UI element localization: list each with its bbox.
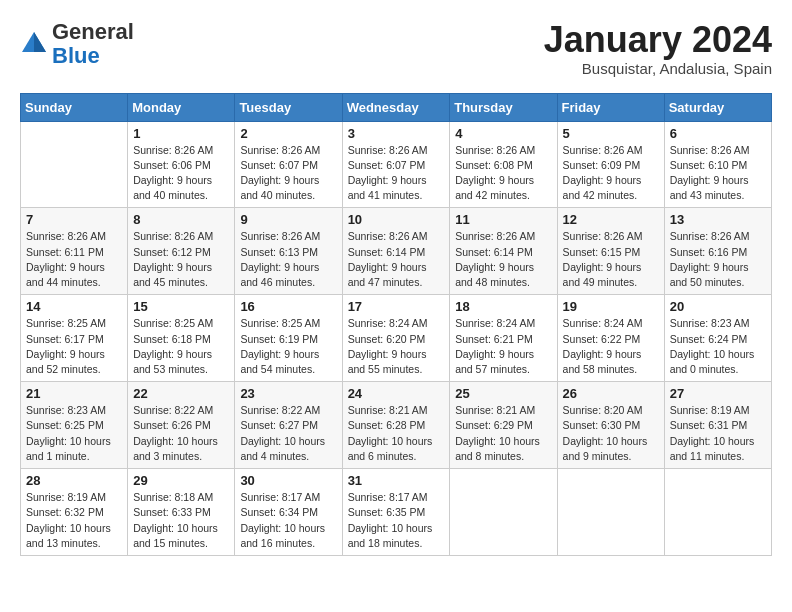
day-cell: 23Sunrise: 8:22 AM Sunset: 6:27 PM Dayli… bbox=[235, 382, 342, 469]
day-cell: 31Sunrise: 8:17 AM Sunset: 6:35 PM Dayli… bbox=[342, 469, 450, 556]
day-cell: 18Sunrise: 8:24 AM Sunset: 6:21 PM Dayli… bbox=[450, 295, 557, 382]
day-number: 6 bbox=[670, 126, 766, 141]
month-title: January 2024 bbox=[544, 20, 772, 60]
day-cell: 6Sunrise: 8:26 AM Sunset: 6:10 PM Daylig… bbox=[664, 121, 771, 208]
day-info: Sunrise: 8:25 AM Sunset: 6:19 PM Dayligh… bbox=[240, 316, 336, 377]
logo-general-text: General bbox=[52, 19, 134, 44]
calendar-table: SundayMondayTuesdayWednesdayThursdayFrid… bbox=[20, 93, 772, 556]
logo-blue-text: Blue bbox=[52, 43, 100, 68]
day-number: 12 bbox=[563, 212, 659, 227]
day-number: 13 bbox=[670, 212, 766, 227]
day-cell: 17Sunrise: 8:24 AM Sunset: 6:20 PM Dayli… bbox=[342, 295, 450, 382]
day-cell: 28Sunrise: 8:19 AM Sunset: 6:32 PM Dayli… bbox=[21, 469, 128, 556]
day-cell: 22Sunrise: 8:22 AM Sunset: 6:26 PM Dayli… bbox=[128, 382, 235, 469]
day-number: 14 bbox=[26, 299, 122, 314]
day-cell: 16Sunrise: 8:25 AM Sunset: 6:19 PM Dayli… bbox=[235, 295, 342, 382]
day-number: 11 bbox=[455, 212, 551, 227]
calendar-header-row: SundayMondayTuesdayWednesdayThursdayFrid… bbox=[21, 93, 772, 121]
day-cell: 20Sunrise: 8:23 AM Sunset: 6:24 PM Dayli… bbox=[664, 295, 771, 382]
day-cell: 21Sunrise: 8:23 AM Sunset: 6:25 PM Dayli… bbox=[21, 382, 128, 469]
day-cell bbox=[557, 469, 664, 556]
day-number: 18 bbox=[455, 299, 551, 314]
svg-marker-1 bbox=[34, 32, 46, 52]
day-cell: 15Sunrise: 8:25 AM Sunset: 6:18 PM Dayli… bbox=[128, 295, 235, 382]
day-cell: 30Sunrise: 8:17 AM Sunset: 6:34 PM Dayli… bbox=[235, 469, 342, 556]
day-info: Sunrise: 8:21 AM Sunset: 6:29 PM Dayligh… bbox=[455, 403, 551, 464]
day-info: Sunrise: 8:19 AM Sunset: 6:32 PM Dayligh… bbox=[26, 490, 122, 551]
day-number: 30 bbox=[240, 473, 336, 488]
day-info: Sunrise: 8:24 AM Sunset: 6:22 PM Dayligh… bbox=[563, 316, 659, 377]
week-row-4: 28Sunrise: 8:19 AM Sunset: 6:32 PM Dayli… bbox=[21, 469, 772, 556]
day-number: 9 bbox=[240, 212, 336, 227]
day-info: Sunrise: 8:24 AM Sunset: 6:20 PM Dayligh… bbox=[348, 316, 445, 377]
day-info: Sunrise: 8:26 AM Sunset: 6:11 PM Dayligh… bbox=[26, 229, 122, 290]
week-row-2: 14Sunrise: 8:25 AM Sunset: 6:17 PM Dayli… bbox=[21, 295, 772, 382]
day-number: 29 bbox=[133, 473, 229, 488]
header-thursday: Thursday bbox=[450, 93, 557, 121]
day-info: Sunrise: 8:24 AM Sunset: 6:21 PM Dayligh… bbox=[455, 316, 551, 377]
location-subtitle: Busquistar, Andalusia, Spain bbox=[544, 60, 772, 77]
header-monday: Monday bbox=[128, 93, 235, 121]
day-number: 7 bbox=[26, 212, 122, 227]
day-number: 23 bbox=[240, 386, 336, 401]
day-number: 15 bbox=[133, 299, 229, 314]
day-number: 10 bbox=[348, 212, 445, 227]
day-info: Sunrise: 8:26 AM Sunset: 6:14 PM Dayligh… bbox=[348, 229, 445, 290]
day-cell: 2Sunrise: 8:26 AM Sunset: 6:07 PM Daylig… bbox=[235, 121, 342, 208]
day-info: Sunrise: 8:22 AM Sunset: 6:26 PM Dayligh… bbox=[133, 403, 229, 464]
day-number: 22 bbox=[133, 386, 229, 401]
day-info: Sunrise: 8:17 AM Sunset: 6:34 PM Dayligh… bbox=[240, 490, 336, 551]
day-cell: 12Sunrise: 8:26 AM Sunset: 6:15 PM Dayli… bbox=[557, 208, 664, 295]
day-info: Sunrise: 8:23 AM Sunset: 6:24 PM Dayligh… bbox=[670, 316, 766, 377]
day-number: 3 bbox=[348, 126, 445, 141]
day-info: Sunrise: 8:26 AM Sunset: 6:06 PM Dayligh… bbox=[133, 143, 229, 204]
day-info: Sunrise: 8:26 AM Sunset: 6:07 PM Dayligh… bbox=[240, 143, 336, 204]
day-number: 19 bbox=[563, 299, 659, 314]
day-cell: 4Sunrise: 8:26 AM Sunset: 6:08 PM Daylig… bbox=[450, 121, 557, 208]
day-number: 31 bbox=[348, 473, 445, 488]
day-cell: 13Sunrise: 8:26 AM Sunset: 6:16 PM Dayli… bbox=[664, 208, 771, 295]
day-info: Sunrise: 8:19 AM Sunset: 6:31 PM Dayligh… bbox=[670, 403, 766, 464]
day-cell bbox=[21, 121, 128, 208]
day-number: 17 bbox=[348, 299, 445, 314]
title-section: January 2024 Busquistar, Andalusia, Spai… bbox=[544, 20, 772, 77]
day-cell: 9Sunrise: 8:26 AM Sunset: 6:13 PM Daylig… bbox=[235, 208, 342, 295]
header-saturday: Saturday bbox=[664, 93, 771, 121]
day-number: 24 bbox=[348, 386, 445, 401]
day-info: Sunrise: 8:22 AM Sunset: 6:27 PM Dayligh… bbox=[240, 403, 336, 464]
day-info: Sunrise: 8:26 AM Sunset: 6:14 PM Dayligh… bbox=[455, 229, 551, 290]
day-number: 1 bbox=[133, 126, 229, 141]
day-cell: 26Sunrise: 8:20 AM Sunset: 6:30 PM Dayli… bbox=[557, 382, 664, 469]
day-cell: 25Sunrise: 8:21 AM Sunset: 6:29 PM Dayli… bbox=[450, 382, 557, 469]
week-row-1: 7Sunrise: 8:26 AM Sunset: 6:11 PM Daylig… bbox=[21, 208, 772, 295]
day-cell: 14Sunrise: 8:25 AM Sunset: 6:17 PM Dayli… bbox=[21, 295, 128, 382]
day-info: Sunrise: 8:20 AM Sunset: 6:30 PM Dayligh… bbox=[563, 403, 659, 464]
day-info: Sunrise: 8:21 AM Sunset: 6:28 PM Dayligh… bbox=[348, 403, 445, 464]
day-number: 25 bbox=[455, 386, 551, 401]
day-info: Sunrise: 8:18 AM Sunset: 6:33 PM Dayligh… bbox=[133, 490, 229, 551]
week-row-0: 1Sunrise: 8:26 AM Sunset: 6:06 PM Daylig… bbox=[21, 121, 772, 208]
day-number: 27 bbox=[670, 386, 766, 401]
day-number: 26 bbox=[563, 386, 659, 401]
day-info: Sunrise: 8:26 AM Sunset: 6:07 PM Dayligh… bbox=[348, 143, 445, 204]
header: General Blue January 2024 Busquistar, An… bbox=[20, 20, 772, 77]
day-cell: 24Sunrise: 8:21 AM Sunset: 6:28 PM Dayli… bbox=[342, 382, 450, 469]
day-cell: 3Sunrise: 8:26 AM Sunset: 6:07 PM Daylig… bbox=[342, 121, 450, 208]
day-number: 4 bbox=[455, 126, 551, 141]
header-friday: Friday bbox=[557, 93, 664, 121]
day-cell: 19Sunrise: 8:24 AM Sunset: 6:22 PM Dayli… bbox=[557, 295, 664, 382]
header-wednesday: Wednesday bbox=[342, 93, 450, 121]
day-info: Sunrise: 8:25 AM Sunset: 6:18 PM Dayligh… bbox=[133, 316, 229, 377]
day-info: Sunrise: 8:26 AM Sunset: 6:10 PM Dayligh… bbox=[670, 143, 766, 204]
day-cell: 5Sunrise: 8:26 AM Sunset: 6:09 PM Daylig… bbox=[557, 121, 664, 208]
day-number: 16 bbox=[240, 299, 336, 314]
day-info: Sunrise: 8:17 AM Sunset: 6:35 PM Dayligh… bbox=[348, 490, 445, 551]
day-cell: 10Sunrise: 8:26 AM Sunset: 6:14 PM Dayli… bbox=[342, 208, 450, 295]
day-number: 8 bbox=[133, 212, 229, 227]
day-info: Sunrise: 8:26 AM Sunset: 6:13 PM Dayligh… bbox=[240, 229, 336, 290]
day-info: Sunrise: 8:26 AM Sunset: 6:16 PM Dayligh… bbox=[670, 229, 766, 290]
day-info: Sunrise: 8:26 AM Sunset: 6:15 PM Dayligh… bbox=[563, 229, 659, 290]
day-info: Sunrise: 8:26 AM Sunset: 6:12 PM Dayligh… bbox=[133, 229, 229, 290]
header-tuesday: Tuesday bbox=[235, 93, 342, 121]
day-info: Sunrise: 8:26 AM Sunset: 6:08 PM Dayligh… bbox=[455, 143, 551, 204]
